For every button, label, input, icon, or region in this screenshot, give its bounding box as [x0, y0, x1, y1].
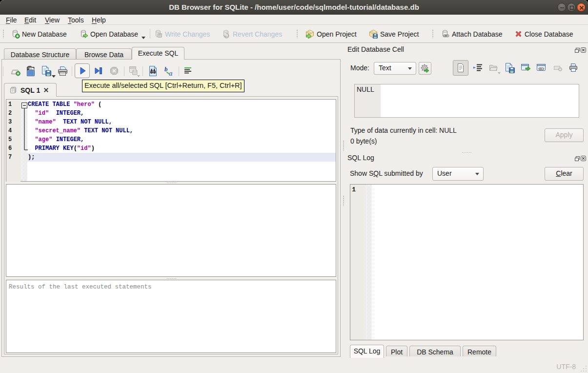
svg-text:b: b: [164, 65, 168, 73]
svg-text:a: a: [169, 69, 173, 76]
